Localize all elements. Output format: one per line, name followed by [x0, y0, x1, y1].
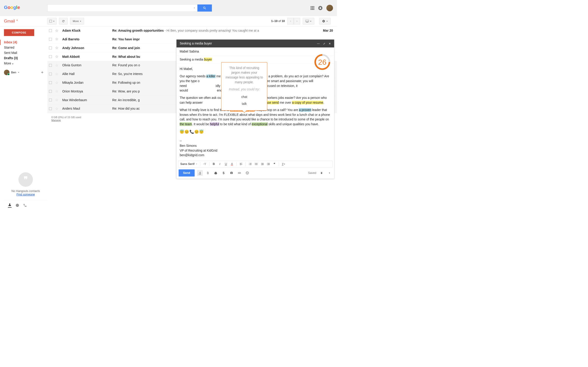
sidebar-item-sent[interactable]: Sent Mail	[4, 50, 47, 56]
insert-drive-icon[interactable]	[213, 170, 218, 176]
insert-emoji-icon[interactable]	[245, 170, 250, 176]
email-sender: Adam Kluck	[62, 29, 112, 32]
email-sender: Anders Maul	[62, 107, 112, 110]
hangouts-user-chip[interactable]: Ben ▼ +	[4, 70, 47, 75]
email-checkbox[interactable]	[49, 98, 52, 101]
email-checkbox[interactable]	[49, 29, 52, 32]
svg-rect-21	[262, 164, 264, 164]
sidebar-item-inbox[interactable]: Inbox (4)	[0, 40, 47, 45]
notifications-icon[interactable]	[318, 6, 322, 10]
numbered-list-button[interactable]: 123	[249, 163, 252, 165]
minimize-icon[interactable]: —	[317, 42, 320, 45]
star-icon[interactable]: ☆	[55, 81, 58, 85]
hangouts-panel: ❞ No Hangouts contacts Find someone	[4, 168, 47, 200]
new-hangout-button[interactable]: +	[41, 70, 43, 75]
calls-tab-icon[interactable]	[23, 203, 27, 208]
star-icon[interactable]: ☆	[55, 37, 58, 42]
search-box: ▼	[47, 4, 197, 11]
google-logo[interactable]: Google	[4, 4, 47, 12]
formatting-toggle-icon[interactable]: A	[197, 170, 203, 176]
remove-formatting-button[interactable]: T✕	[282, 162, 285, 166]
svg-rect-27	[267, 165, 269, 165]
expand-icon[interactable]: ⤢	[323, 42, 326, 45]
email-checkbox[interactable]	[49, 73, 52, 75]
tooltip-suggestion[interactable]: talk	[225, 100, 264, 107]
search-button[interactable]	[198, 4, 212, 11]
email-checkbox[interactable]	[49, 47, 52, 50]
contacts-tab-icon[interactable]	[8, 203, 11, 208]
email-row[interactable]: ☆ Adam Kluck Re: Amazing growth opportun…	[47, 26, 337, 35]
compose-to-field[interactable]: Mabel Sabina	[176, 48, 334, 56]
indent-less-button[interactable]	[261, 163, 264, 165]
sidebar-item-drafts[interactable]: Drafts (3)	[4, 56, 47, 61]
italic-button[interactable]: I	[218, 162, 221, 166]
more-button[interactable]: More ▼	[70, 18, 84, 25]
suggestion-tooltip: This kind of recruiting jargon makes you…	[221, 62, 267, 110]
star-icon[interactable]: ☆	[55, 54, 58, 59]
email-checkbox[interactable]	[49, 55, 52, 58]
attach-file-icon[interactable]	[205, 170, 210, 176]
star-icon[interactable]: ☆	[55, 89, 58, 93]
svg-rect-17	[256, 164, 258, 164]
refresh-button[interactable]	[59, 18, 68, 25]
compose-body[interactable]: Hi Mabel, Our agency needs a killer me e…	[176, 64, 334, 161]
input-tools-button[interactable]: ▼	[303, 18, 314, 25]
find-someone-link[interactable]: Find someone	[8, 193, 43, 196]
email-checkbox[interactable]	[49, 90, 52, 93]
settings-button[interactable]: ▼	[319, 18, 330, 25]
email-checkbox[interactable]	[49, 38, 52, 41]
insert-money-icon[interactable]: $	[221, 170, 226, 176]
search-options-dropdown[interactable]: ▼	[194, 7, 195, 9]
more-options-icon[interactable]: ▼	[327, 170, 332, 176]
email-checkbox[interactable]	[49, 81, 52, 84]
star-icon[interactable]: ☆	[55, 72, 58, 76]
underline-button[interactable]: U	[225, 162, 228, 166]
text-color-button[interactable]: A	[230, 162, 233, 166]
email-checkbox[interactable]	[49, 64, 52, 67]
tooltip-suggestion[interactable]: chat	[225, 93, 264, 100]
next-page-button[interactable]: ›	[294, 18, 300, 25]
indent-more-button[interactable]	[267, 163, 270, 165]
manage-storage-link[interactable]: Manage	[51, 119, 61, 122]
gmail-dropdown[interactable]: Gmail ▼	[4, 19, 47, 23]
email-sender: Mikayla Jordan	[62, 81, 112, 84]
close-icon[interactable]: ✕	[329, 42, 331, 45]
star-icon[interactable]: ☆	[55, 106, 58, 111]
header-actions	[311, 5, 333, 11]
font-size-button[interactable]: TT	[203, 163, 206, 166]
insert-link-icon[interactable]	[237, 170, 242, 176]
discard-draft-icon[interactable]	[319, 170, 324, 176]
search-input[interactable]	[50, 5, 194, 11]
bullet-list-button[interactable]	[254, 163, 258, 165]
prev-page-button[interactable]: ‹	[288, 18, 294, 25]
compose-header[interactable]: Seeking a media buyer — ⤢ ✕	[176, 40, 334, 47]
svg-rect-7	[240, 165, 242, 165]
star-icon[interactable]: ☆	[55, 46, 58, 50]
signature: -- Ben Simons VP of Recruiting at KidGri…	[180, 139, 331, 158]
email-checkbox[interactable]	[49, 107, 52, 110]
main-content: ☆ Adam Kluck Re: Amazing growth opportun…	[47, 26, 337, 210]
sidebar-item-starred[interactable]: Starred	[4, 45, 47, 50]
apps-grid-icon[interactable]	[311, 6, 314, 10]
font-family-selector[interactable]: Sans Serif▼	[180, 162, 197, 166]
compose-footer: Send A $ Saved ▼	[176, 167, 334, 178]
email-subject: Re: Amazing growth opportunities - Hi Be…	[112, 29, 320, 32]
insert-photo-icon[interactable]	[229, 170, 234, 176]
send-button[interactable]: Send	[179, 169, 195, 177]
quote-button[interactable]: ❝	[273, 162, 276, 166]
account-avatar[interactable]	[326, 5, 333, 11]
compose-window: Seeking a media buyer — ⤢ ✕ Mabel Sabina…	[176, 40, 334, 179]
email-sender: Adi Barreto	[62, 37, 112, 41]
hangouts-tab-icon[interactable]	[16, 203, 19, 208]
compose-title: Seeking a media buyer	[180, 42, 317, 45]
star-icon[interactable]: ☆	[55, 28, 58, 33]
svg-point-29	[246, 172, 249, 174]
bold-button[interactable]: B	[212, 162, 216, 166]
compose-button[interactable]: COMPOSE	[4, 29, 34, 36]
sidebar-item-more[interactable]: More ▼	[4, 61, 47, 66]
star-icon[interactable]: ☆	[55, 63, 58, 67]
select-all-checkbox[interactable]: ▼	[47, 18, 57, 25]
folder-list: Inbox (4) Starred Sent Mail Drafts (3) M…	[4, 40, 47, 66]
align-button[interactable]	[240, 163, 243, 165]
star-icon[interactable]: ☆	[55, 98, 58, 102]
